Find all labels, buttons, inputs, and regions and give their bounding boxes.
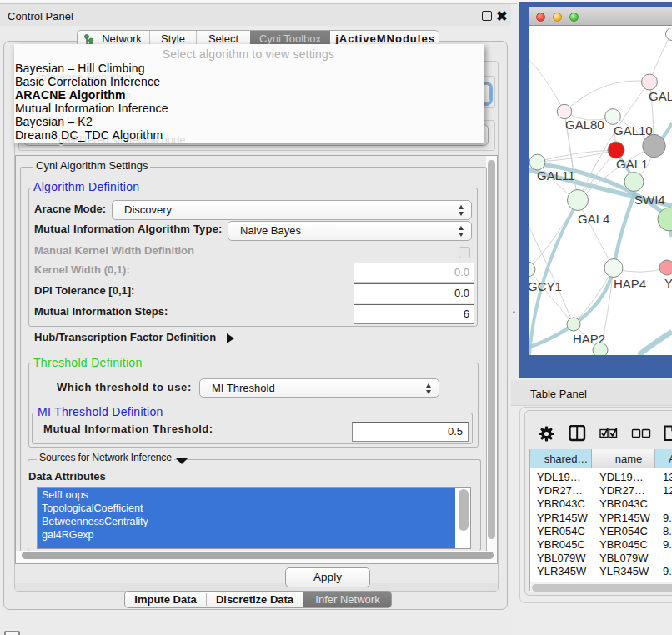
svg-text:GAL80: GAL80 — [565, 118, 604, 132]
svg-text:GAL10: GAL10 — [614, 123, 653, 138]
svg-text:GAL7: GAL7 — [649, 89, 672, 103]
svg-text:Y: Y — [664, 276, 672, 290]
svg-text:GAL11: GAL11 — [537, 168, 575, 182]
svg-text:GAL4: GAL4 — [578, 212, 609, 226]
svg-text:GAL1: GAL1 — [616, 157, 648, 171]
svg-text:HAP2: HAP2 — [573, 332, 605, 346]
svg-text:GCY1: GCY1 — [529, 279, 562, 293]
svg-text:SWI4: SWI4 — [634, 192, 665, 207]
svg-text:HAP4: HAP4 — [614, 277, 646, 291]
